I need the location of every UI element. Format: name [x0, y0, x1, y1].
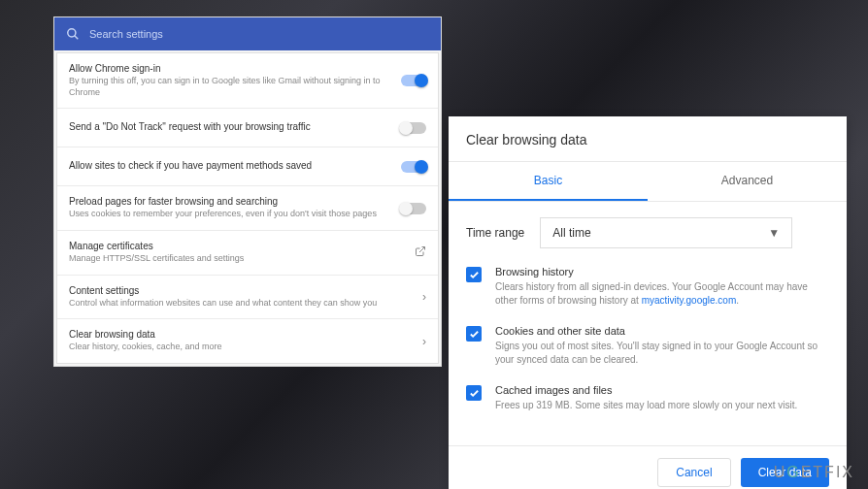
setting-payment-methods[interactable]: Allow sites to check if you have payment…: [57, 147, 438, 186]
setting-title: Clear browsing data: [69, 329, 422, 340]
setting-desc: Manage HTTPS/SSL certificates and settin…: [69, 253, 415, 265]
checkbox[interactable]: [466, 385, 482, 401]
toggle-switch[interactable]: [401, 122, 426, 134]
check-icon: [469, 329, 480, 340]
chevron-right-icon: ›: [422, 335, 426, 348]
setting-do-not-track[interactable]: Send a "Do Not Track" request with your …: [57, 109, 438, 147]
setting-title: Preload pages for faster browsing and se…: [69, 196, 401, 207]
option-cookies: Cookies and other site data Signs you ou…: [466, 325, 829, 367]
setting-title: Content settings: [69, 285, 422, 296]
search-input[interactable]: [89, 28, 429, 40]
chrome-settings-panel: Allow Chrome sign-in By turning this off…: [53, 16, 442, 367]
external-link-icon: [415, 245, 426, 260]
cancel-button[interactable]: Cancel: [657, 458, 730, 487]
settings-list: Allow Chrome sign-in By turning this off…: [56, 52, 439, 364]
watermark: UGETFIX: [774, 464, 854, 481]
option-cached-images: Cached images and files Frees up 319 MB.…: [466, 384, 829, 412]
setting-clear-browsing-data[interactable]: Clear browsing data Clear history, cooki…: [57, 319, 438, 363]
setting-allow-chrome-signin[interactable]: Allow Chrome sign-in By turning this off…: [57, 53, 438, 109]
setting-title: Allow sites to check if you have payment…: [69, 160, 401, 171]
setting-title: Manage certificates: [69, 241, 415, 251]
option-desc: Clears history from all signed-in device…: [495, 280, 829, 308]
dialog-title: Clear browsing data: [466, 132, 829, 147]
chevron-right-icon: ›: [422, 290, 426, 304]
svg-line-1: [75, 36, 79, 40]
option-browsing-history: Browsing history Clears history from all…: [466, 266, 829, 308]
option-desc: Signs you out of most sites. You'll stay…: [495, 340, 829, 367]
search-icon: [66, 27, 80, 41]
setting-manage-certificates[interactable]: Manage certificates Manage HTTPS/SSL cer…: [57, 231, 438, 276]
myactivity-link[interactable]: myactivity.google.com: [642, 295, 737, 306]
dialog-header: Clear browsing data: [449, 116, 847, 162]
toggle-switch[interactable]: [401, 203, 426, 214]
time-range-row: Time range All time ▼: [466, 217, 829, 248]
checkbox[interactable]: [466, 326, 482, 342]
option-title: Cookies and other site data: [495, 325, 829, 337]
option-title: Browsing history: [495, 266, 829, 277]
toggle-switch[interactable]: [401, 75, 426, 86]
setting-content-settings[interactable]: Content settings Control what informatio…: [57, 276, 438, 320]
svg-line-2: [419, 246, 425, 252]
setting-title: Send a "Do Not Track" request with your …: [69, 121, 401, 132]
checkbox[interactable]: [466, 267, 482, 282]
time-range-select[interactable]: All time ▼: [540, 217, 792, 248]
setting-title: Allow Chrome sign-in: [69, 63, 401, 74]
check-icon: [469, 388, 480, 399]
toggle-switch[interactable]: [401, 161, 426, 173]
setting-desc: By turning this off, you can sign in to …: [69, 76, 401, 98]
option-desc: Frees up 319 MB. Some sites may load mor…: [495, 399, 829, 412]
tab-advanced[interactable]: Advanced: [648, 162, 847, 201]
setting-preload-pages[interactable]: Preload pages for faster browsing and se…: [57, 186, 438, 231]
dropdown-icon: ▼: [768, 226, 780, 240]
dialog-body: Time range All time ▼ Browsing history C…: [449, 202, 847, 445]
dialog-tabs: Basic Advanced: [449, 162, 847, 202]
svg-point-0: [68, 29, 76, 37]
setting-desc: Uses cookies to remember your preference…: [69, 209, 401, 220]
time-range-label: Time range: [466, 226, 524, 240]
setting-desc: Clear history, cookies, cache, and more: [69, 342, 422, 353]
time-range-value: All time: [552, 226, 590, 240]
setting-desc: Control what information websites can us…: [69, 298, 422, 310]
tab-basic[interactable]: Basic: [449, 162, 648, 201]
clear-browsing-data-dialog: Clear browsing data Basic Advanced Time …: [449, 116, 847, 489]
option-title: Cached images and files: [495, 384, 829, 396]
check-icon: [469, 270, 480, 280]
settings-search-bar[interactable]: [54, 17, 441, 50]
